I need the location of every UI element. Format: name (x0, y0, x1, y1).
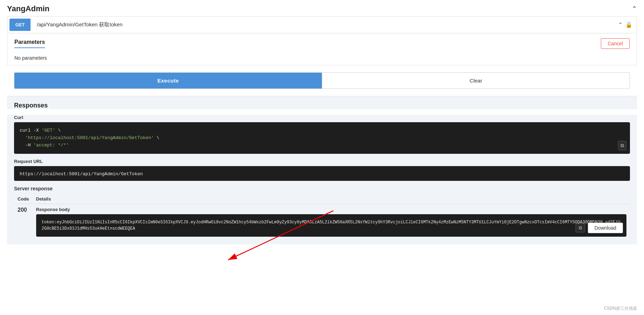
clear-button[interactable]: Clear (322, 73, 630, 88)
response-table: Code Details 200 Response body token:eyJ… (14, 194, 630, 239)
response-body-label: Response body (36, 207, 627, 212)
app-title: YangAdmin (7, 4, 49, 13)
execute-button[interactable]: Execute (14, 73, 322, 88)
request-url-label: Request URL (14, 159, 630, 164)
curl-line1: curl -X (20, 128, 41, 133)
download-button[interactable]: Download (588, 223, 623, 233)
endpoint-path: /api/YangAdmin/GetToken 获取token (33, 18, 618, 32)
lock-icon: 🔒 (625, 21, 632, 28)
endpoint-controls: ⌃ 🔒 (618, 21, 637, 28)
no-params-text: No parameters (14, 55, 630, 61)
chevron-up-icon[interactable]: ⌃ (618, 21, 623, 28)
code-column-header: Code (14, 194, 33, 204)
response-row: 200 Response body token:eyJhbGciOiJIUzI1… (14, 204, 630, 240)
response-body-section: Response body token:eyJhbGciOiJIUzI1NiIs… (36, 207, 627, 237)
watermark: CSDN@三分池道 (604, 306, 637, 311)
endpoint-header: GET /api/YangAdmin/GetToken 获取token ⌃ 🔒 (7, 16, 637, 33)
collapse-icon[interactable]: ⌃ (632, 5, 637, 13)
request-url-block: https://localhost:5001/api/YangAdmin/Get… (14, 166, 630, 181)
curl-copy-button[interactable]: ⧉ (618, 141, 626, 150)
response-code: 200 (18, 207, 27, 213)
responses-section-title: Responses (14, 102, 630, 109)
curl-code-block: curl -X 'GET' \ 'https://localhost:5001/… (14, 122, 630, 154)
request-url-text: https://localhost:5001/api/YangAdmin/Get… (20, 171, 143, 177)
response-body-text: token:eyJhbGciOiJIUzI1NiIsInR5cCI6IkpXVC… (42, 219, 621, 232)
details-column-header: Details (33, 194, 630, 204)
response-body-block: token:eyJhbGciOiJIUzI1NiIsInR5cCI6IkpXVC… (36, 214, 627, 237)
method-badge: GET (9, 19, 31, 31)
server-response-label: Server response (14, 186, 630, 191)
title-bar: YangAdmin ⌃ (0, 0, 644, 16)
cancel-button[interactable]: Cancel (601, 38, 630, 49)
action-buttons: Execute Clear (14, 72, 630, 89)
response-body-actions: ⧉ Download (576, 223, 623, 233)
parameters-section-title: Parameters (14, 39, 45, 48)
curl-label: Curl (14, 115, 630, 120)
response-copy-button[interactable]: ⧉ (576, 223, 585, 232)
